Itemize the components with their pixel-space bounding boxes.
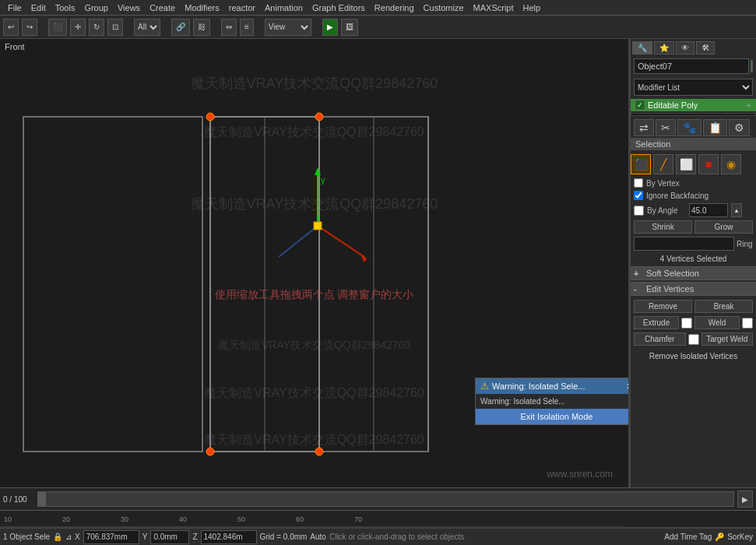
timeline-thumb[interactable] [38,492,46,506]
svg-text:y: y [321,175,325,185]
svg-point-6 [206,113,214,121]
angle-input[interactable] [689,203,728,217]
ring-spinner[interactable] [634,237,734,251]
mirror-btn[interactable]: ⇔ [221,19,237,36]
tab-icon-4[interactable]: 📋 [703,119,727,136]
target-weld-btn[interactable]: Target Weld [701,332,754,346]
modifier-checkbox[interactable]: ✓ [635,100,645,110]
menu-maxscript[interactable]: MAXScript [469,3,519,12]
timeline-play-btn[interactable]: ▶ [737,490,753,508]
main-toolbar: ↩ ↪ ⬛ ✛ ↻ ⊡ All 🔗 ⛓ ⇔ ≡ View ▶ 🖼 [0,16,756,39]
scale-btn[interactable]: ⊡ [107,19,123,36]
by-vertex-label: By Vertex [646,179,680,188]
modifier-row[interactable]: ✓ Editable Poly + [631,99,756,111]
sel-vertex-btn[interactable]: ⬛ [631,154,651,174]
object-name-field[interactable] [634,58,749,74]
sel-polygon-btn[interactable]: ■ [698,154,719,174]
right-panel: 🔧 ⭐ 👁 🛠 Modifier List ✓ Editable Poly + … [630,39,756,487]
svg-line-13 [318,226,364,257]
viewport[interactable]: Front y [0,39,630,487]
menu-reactor[interactable]: reactor [224,3,260,12]
z-coord-field[interactable] [201,530,257,544]
sel-border-btn[interactable]: ⬜ [676,154,696,174]
link-btn[interactable]: 🔗 [171,19,190,36]
menu-graph-editors[interactable]: Graph Editors [308,3,370,12]
ring-loop-row: Ring Loop [631,235,756,252]
tab-icon-3[interactable]: 🐾 [677,119,701,136]
ruler-svg: 10 20 30 40 50 60 70 [0,511,623,528]
menu-customize[interactable]: Customize [419,3,469,12]
weld-btn[interactable]: Weld [694,316,740,329]
menu-help[interactable]: Help [519,3,546,12]
svg-point-9 [315,448,323,455]
rotate-btn[interactable]: ↻ [89,19,104,36]
menu-animation[interactable]: Animation [260,3,308,12]
move-btn[interactable]: ✛ [70,19,86,36]
sel-element-btn[interactable]: ◉ [721,154,741,174]
x-coord-field[interactable] [83,530,139,544]
render-btn[interactable]: ▶ [322,19,338,36]
timeline-progress[interactable] [37,491,734,507]
menu-views[interactable]: Views [113,3,145,12]
tab-display[interactable]: 👁 [676,41,694,54]
menu-file[interactable]: File [3,3,26,12]
exit-isolation-btn[interactable]: Exit Isolation Mode [476,409,630,424]
modifier-label: Editable Poly [648,100,698,110]
lock-icon[interactable]: 🔒 [53,533,62,541]
break-btn[interactable]: Break [694,300,753,313]
tab-create[interactable]: ⭐ [654,41,674,54]
select-btn[interactable]: ⬛ [48,19,67,36]
view-dropdown[interactable]: View [265,19,311,36]
svg-point-8 [206,448,214,455]
modifier-pin: + [747,100,751,110]
quick-render-btn[interactable]: 🖼 [341,19,358,36]
warning-title-bar[interactable]: ⚠ Warning: Isolated Sele... ✕ [476,378,630,394]
soft-selection-header[interactable]: + Soft Selection [631,266,756,280]
sorkey-label: SorKey [727,533,753,541]
svg-text:10: 10 [4,515,12,523]
edit-vertices-header[interactable]: - Edit Vertices [631,282,756,296]
svg-marker-11 [315,167,321,175]
edit-vertices-section: Remove Break Extrude Weld Chamfer Target… [631,297,756,349]
align-btn[interactable]: ≡ [240,19,254,36]
chamfer-btn[interactable]: Chamfer [634,332,686,346]
modifier-list-dropdown[interactable]: Modifier List [634,79,753,96]
ruler-bar: 10 20 30 40 50 60 70 [0,511,756,528]
by-angle-checkbox[interactable] [634,206,644,216]
weld-settings-checkbox[interactable] [742,318,753,329]
tab-utilities[interactable]: 🛠 [696,41,715,54]
tab-icon-5[interactable]: ⚙ [729,119,750,136]
menu-tools[interactable]: Tools [51,3,80,12]
tab-icon-1[interactable]: ⇄ [634,119,654,136]
modifier-list-container: Modifier List [631,76,756,99]
menu-modifiers[interactable]: Modifiers [180,3,224,12]
angle-spin-up[interactable]: ▲ [731,203,742,217]
object-name-row [631,57,756,76]
svg-text:70: 70 [354,515,362,523]
y-coord-field[interactable] [150,530,189,544]
remove-break-row: Remove Break [634,298,753,315]
tab-modify[interactable]: 🔧 [632,41,652,54]
object-color-swatch[interactable] [751,60,753,72]
warning-close-btn[interactable]: ✕ [626,382,630,392]
menu-create[interactable]: Create [145,3,180,12]
by-vertex-checkbox[interactable] [634,178,643,188]
undo-btn[interactable]: ↩ [3,19,19,36]
extrude-settings-checkbox[interactable] [681,318,692,329]
menu-edit[interactable]: Edit [26,3,51,12]
shrink-btn[interactable]: Shrink [634,220,692,234]
redo-btn[interactable]: ↪ [22,19,37,36]
menu-rendering[interactable]: Rendering [370,3,419,12]
extrude-btn[interactable]: Extrude [634,316,679,329]
mode-dropdown[interactable]: All [134,19,160,36]
chamfer-settings-checkbox[interactable] [688,334,699,345]
remove-btn[interactable]: Remove [634,300,692,313]
ignore-backfacing-checkbox[interactable] [634,191,643,200]
warning-text: Warning: Isolated Sele... [476,394,630,409]
bind-btn[interactable]: ⛓ [193,19,210,36]
grow-btn[interactable]: Grow [694,220,753,234]
tab-icon-2[interactable]: ✂ [656,119,676,136]
menu-group[interactable]: Group [79,3,113,12]
sel-edge-btn[interactable]: ╱ [653,154,673,174]
timeline-bar: 0 / 100 ▶ [0,487,756,511]
